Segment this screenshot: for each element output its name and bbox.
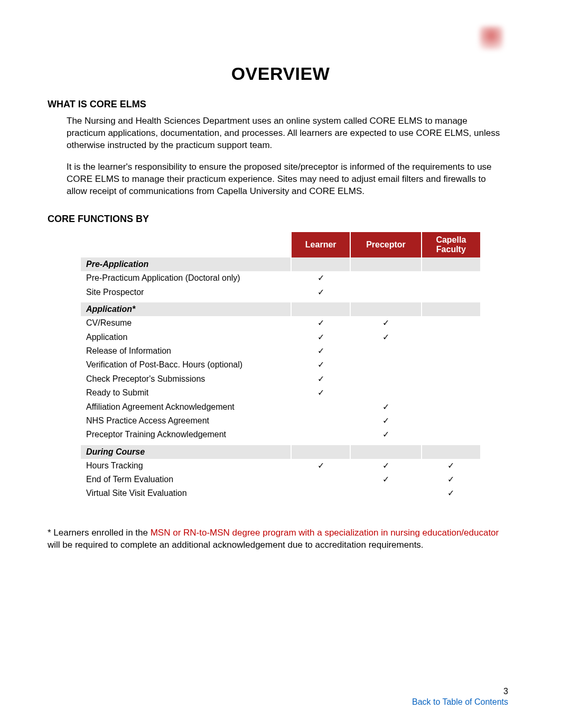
table-section-gap xyxy=(351,257,420,271)
check-icon: ✓ xyxy=(317,360,324,369)
table-row: Application✓✓ xyxy=(81,330,480,344)
table-cell-faculty xyxy=(422,344,480,358)
table-row-label: Release of Information xyxy=(81,344,291,358)
check-icon: ✓ xyxy=(382,318,389,327)
table-cell-preceptor xyxy=(351,285,420,299)
table-cell-learner: ✓ xyxy=(292,459,350,473)
table-section-gap xyxy=(351,445,420,459)
what-is-paragraph-1: The Nursing and Health Sciences Departme… xyxy=(67,115,503,152)
table-row-label: Application xyxy=(81,330,291,344)
table-cell-learner: ✓ xyxy=(292,285,350,299)
table-row: Pre-Practicum Application (Doctoral only… xyxy=(81,271,480,285)
table-cell-faculty: ✓ xyxy=(422,486,480,500)
table-row-label: Preceptor Training Acknowledgement xyxy=(81,428,291,441)
table-cell-preceptor: ✓ xyxy=(351,428,420,441)
table-cell-faculty xyxy=(422,386,480,400)
table-cell-learner: ✓ xyxy=(292,358,350,372)
table-row-label: Virtual Site Visit Evaluation xyxy=(81,486,291,500)
table-header-preceptor: Preceptor xyxy=(351,232,420,258)
table-section-title: During Course xyxy=(81,445,291,459)
table-section-row: During Course xyxy=(81,445,480,459)
check-icon: ✓ xyxy=(317,318,324,327)
table-row-label: Pre-Practicum Application (Doctoral only… xyxy=(81,271,291,285)
table-cell-learner xyxy=(292,414,350,428)
table-cell-faculty: ✓ xyxy=(422,459,480,473)
table-row-label: Hours Tracking xyxy=(81,459,291,473)
table-cell-faculty xyxy=(422,428,480,441)
table-row-label: Check Preceptor's Submissions xyxy=(81,372,291,386)
table-section-title: Application* xyxy=(81,302,291,316)
table-row: CV/Resume✓✓ xyxy=(81,316,480,330)
table-row: Preceptor Training Acknowledgement✓ xyxy=(81,428,480,441)
table-cell-faculty xyxy=(422,285,480,299)
table-row: Release of Information✓ xyxy=(81,344,480,358)
table-section-row: Pre-Application xyxy=(81,257,480,271)
table-cell-learner: ✓ xyxy=(292,316,350,330)
table-cell-preceptor xyxy=(351,386,420,400)
back-to-toc-link[interactable]: Back to Table of Contents xyxy=(412,697,508,706)
table-section-title: Pre-Application xyxy=(81,257,291,271)
page-footer: 3 Back to Table of Contents xyxy=(412,687,508,707)
check-icon: ✓ xyxy=(317,461,324,470)
table-cell-learner xyxy=(292,400,350,414)
institution-logo xyxy=(480,26,503,50)
table-header-faculty: Capella Faculty xyxy=(422,232,480,258)
check-icon: ✓ xyxy=(317,374,324,383)
table-cell-faculty xyxy=(422,330,480,344)
table-section-gap xyxy=(292,257,350,271)
table-row: Verification of Post-Bacc. Hours (option… xyxy=(81,358,480,372)
check-icon: ✓ xyxy=(447,475,454,484)
table-header-faculty-line1: Capella xyxy=(436,235,466,244)
table-cell-learner: ✓ xyxy=(292,386,350,400)
check-icon: ✓ xyxy=(382,333,389,342)
table-cell-preceptor xyxy=(351,372,420,386)
section-heading-what-is: WHAT IS CORE ELMS xyxy=(48,99,513,110)
table-cell-preceptor xyxy=(351,271,420,285)
table-row: Affiliation Agreement Acknowledgement✓ xyxy=(81,400,480,414)
table-row: Hours Tracking✓✓✓ xyxy=(81,459,480,473)
core-functions-table: Learner Preceptor Capella Faculty Pre-Ap… xyxy=(80,232,481,504)
section-heading-core-functions: CORE FUNCTIONS BY xyxy=(48,214,513,225)
table-cell-learner xyxy=(292,473,350,486)
table-cell-preceptor: ✓ xyxy=(351,316,420,330)
table-cell-preceptor: ✓ xyxy=(351,459,420,473)
check-icon: ✓ xyxy=(317,346,324,355)
check-icon: ✓ xyxy=(382,430,389,439)
check-icon: ✓ xyxy=(382,461,389,470)
table-section-gap xyxy=(422,257,480,271)
check-icon: ✓ xyxy=(317,273,324,282)
table-row: End of Term Evaluation✓✓ xyxy=(81,473,480,486)
table-row-label: Site Prospector xyxy=(81,285,291,299)
table-cell-learner xyxy=(292,486,350,500)
table-cell-preceptor: ✓ xyxy=(351,473,420,486)
footnote-highlight: MSN or RN-to-MSN degree program with a s… xyxy=(151,528,499,538)
table-cell-faculty: ✓ xyxy=(422,473,480,486)
table-row-label: Ready to Submit xyxy=(81,386,291,400)
table-row: Ready to Submit✓ xyxy=(81,386,480,400)
check-icon: ✓ xyxy=(317,333,324,342)
check-icon: ✓ xyxy=(447,461,454,470)
table-row-label: CV/Resume xyxy=(81,316,291,330)
table-section-row: Application* xyxy=(81,302,480,316)
table-section-gap xyxy=(351,302,420,316)
check-icon: ✓ xyxy=(382,475,389,484)
table-cell-preceptor xyxy=(351,358,420,372)
table-row-label: Affiliation Agreement Acknowledgement xyxy=(81,400,291,414)
check-icon: ✓ xyxy=(447,489,454,497)
table-row: Virtual Site Visit Evaluation✓ xyxy=(81,486,480,500)
table-row: Site Prospector✓ xyxy=(81,285,480,299)
table-row-label: End of Term Evaluation xyxy=(81,473,291,486)
table-cell-preceptor: ✓ xyxy=(351,414,420,428)
check-icon: ✓ xyxy=(382,416,389,425)
table-header-learner: Learner xyxy=(292,232,350,258)
table-row-label: Verification of Post-Bacc. Hours (option… xyxy=(81,358,291,372)
table-cell-learner: ✓ xyxy=(292,372,350,386)
check-icon: ✓ xyxy=(382,402,389,411)
footnote: * Learners enrolled in the MSN or RN-to-… xyxy=(48,527,513,551)
what-is-paragraph-2: It is the learner's responsibility to en… xyxy=(67,161,503,198)
table-cell-learner: ✓ xyxy=(292,344,350,358)
table-cell-preceptor: ✓ xyxy=(351,330,420,344)
table-section-gap xyxy=(422,302,480,316)
table-header-row: Learner Preceptor Capella Faculty xyxy=(81,232,480,258)
check-icon: ✓ xyxy=(317,288,324,297)
